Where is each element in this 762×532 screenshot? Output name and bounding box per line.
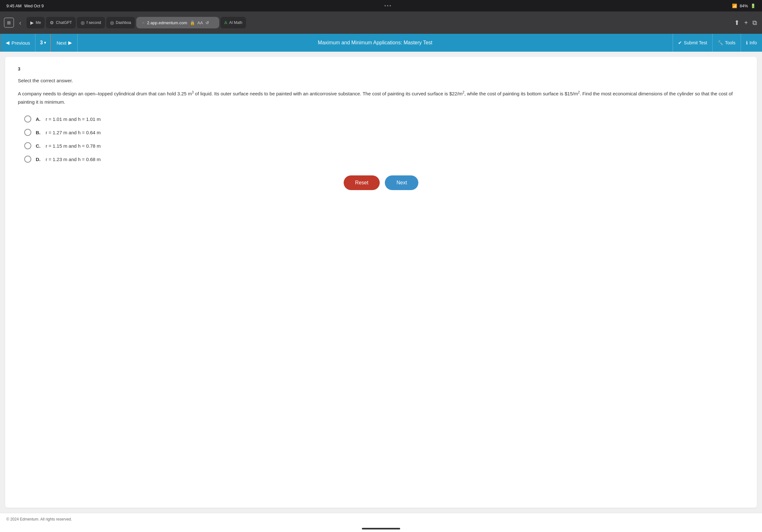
tools-button[interactable]: 🔧 Tools <box>712 34 741 52</box>
tab-fsecond[interactable]: ◎ f second <box>77 17 105 29</box>
center-dots <box>385 5 391 6</box>
time-display: 9:45 AM <box>6 4 22 8</box>
browser-actions: ⬆ + ⧉ <box>733 18 758 28</box>
home-indicator <box>0 525 762 532</box>
option-a-letter: A. <box>36 116 40 122</box>
question-text-part1: A company needs to design an open–topped… <box>18 91 192 96</box>
tab-icon-media: ▶ <box>30 20 34 25</box>
next-label-nav: Next <box>56 40 66 46</box>
tab-icon-chatgpt: ⚙ <box>50 20 54 25</box>
option-b-text: r = 1.27 m and h = 0.64 m <box>45 130 101 135</box>
option-b-radio[interactable] <box>24 129 31 136</box>
tab-icon-aimath: A <box>224 20 227 25</box>
chevron-down-icon: ▾ <box>44 40 46 45</box>
option-a-text: r = 1.01 m and h = 1.01 m <box>45 116 101 122</box>
reload-icon[interactable]: ↺ <box>205 21 209 25</box>
tabs-row: ▶ Me ⚙ ChatGPT ◎ f second ◎ Dashboa ✕ 2.… <box>27 17 730 29</box>
tab-icon-dashboard: ◎ <box>110 20 114 25</box>
battery-icon: 🔋 <box>750 4 756 8</box>
check-icon: ✔ <box>678 40 682 45</box>
tab-media[interactable]: ▶ Me <box>27 17 45 29</box>
next-button-nav[interactable]: Next ▶ <box>51 34 78 52</box>
option-d[interactable]: D. r = 1.23 m and h = 0.68 m <box>24 156 744 163</box>
previous-icon: ◀ <box>6 40 10 46</box>
reset-button[interactable]: Reset <box>344 175 380 190</box>
option-d-text: r = 1.23 m and h = 0.68 m <box>45 157 101 162</box>
previous-button[interactable]: ◀ Previous <box>0 34 36 52</box>
info-icon: ℹ <box>746 40 748 45</box>
tab-dashboard[interactable]: ◎ Dashboa <box>106 17 135 29</box>
tab-label-media: Me <box>36 21 41 25</box>
option-b[interactable]: B. r = 1.27 m and h = 0.64 m <box>24 129 744 136</box>
question-text-part2: of liquid. Its outer surface needs to be… <box>194 91 463 96</box>
next-icon: ▶ <box>68 40 72 46</box>
question-number-nav[interactable]: 3 ▾ <box>36 34 51 52</box>
nav-bar: ◀ Previous 3 ▾ Next ▶ Maximum and Minimu… <box>0 34 762 52</box>
nav-number: 3 <box>40 40 43 46</box>
share-button[interactable]: ⬆ <box>733 18 741 28</box>
tab-aimath[interactable]: A AI Math <box>220 17 246 29</box>
tab-close-active[interactable]: ✕ <box>142 21 145 25</box>
tab-label-fsecond: f second <box>87 21 101 25</box>
question-text: A company needs to design an open–topped… <box>18 90 744 106</box>
nav-right-actions: ✔ Submit Test 🔧 Tools ℹ Info <box>673 34 762 52</box>
tools-label: Tools <box>725 40 735 45</box>
option-a[interactable]: A. r = 1.01 m and h = 1.01 m <box>24 115 744 122</box>
option-d-letter: D. <box>36 157 40 162</box>
question-number: 3 <box>18 66 744 71</box>
home-bar <box>362 528 400 529</box>
option-c-letter: C. <box>36 143 40 149</box>
option-b-letter: B. <box>36 130 40 135</box>
info-button[interactable]: ℹ Info <box>741 34 762 52</box>
back-button[interactable]: ‹ <box>17 17 23 29</box>
previous-label: Previous <box>12 40 30 46</box>
option-a-radio[interactable] <box>24 115 31 122</box>
submit-test-button[interactable]: ✔ Submit Test <box>673 34 712 52</box>
date-display: Wed Oct 9 <box>24 4 44 8</box>
option-c[interactable]: C. r = 1.15 m and h = 0.78 m <box>24 142 744 149</box>
sidebar-toggle[interactable]: ⊞ <box>4 18 14 28</box>
next-button[interactable]: Next <box>385 175 418 190</box>
question-text-part3: , while the cost of painting its bottom … <box>464 91 578 96</box>
wifi-icon: 📶 <box>732 4 737 8</box>
tab-label-dashboard: Dashboa <box>116 21 131 25</box>
new-tab-button[interactable]: + <box>743 18 749 28</box>
tabs-button[interactable]: ⧉ <box>751 18 758 28</box>
copyright-text: © 2024 Edmentum. All rights reserved. <box>6 517 72 521</box>
browser-chrome: ⊞ ‹ ▶ Me ⚙ ChatGPT ◎ f second ◎ Dashboa … <box>0 12 762 34</box>
option-d-radio[interactable] <box>24 156 31 163</box>
wrench-icon: 🔧 <box>718 40 723 45</box>
footer: © 2024 Edmentum. All rights reserved. <box>0 513 762 525</box>
question-instruction: Select the correct answer. <box>18 78 744 83</box>
font-size-label[interactable]: AA <box>197 21 203 25</box>
option-c-radio[interactable] <box>24 142 31 149</box>
tab-chatgpt[interactable]: ⚙ ChatGPT <box>46 17 76 29</box>
address-bar[interactable]: ✕ 2.app.edmentum.com 🔒 AA ↺ <box>136 17 219 29</box>
info-label: Info <box>750 40 757 45</box>
tab-label-aimath: AI Math <box>229 21 242 25</box>
answer-options: A. r = 1.01 m and h = 1.01 m B. r = 1.27… <box>18 115 744 163</box>
battery-display: 84% <box>740 4 748 8</box>
action-buttons: Reset Next <box>18 175 744 190</box>
page-title: Maximum and Minimum Applications: Master… <box>78 40 673 46</box>
option-c-text: r = 1.15 m and h = 0.78 m <box>45 143 101 149</box>
address-text: 2.app.edmentum.com <box>147 21 187 25</box>
tab-icon-fsecond: ◎ <box>81 20 85 25</box>
tab-label-chatgpt: ChatGPT <box>56 21 72 25</box>
status-bar: 9:45 AM Wed Oct 9 📶 84% 🔋 <box>0 0 762 12</box>
lock-icon: 🔒 <box>190 21 195 25</box>
submit-label: Submit Test <box>684 40 707 45</box>
main-content: 3 Select the correct answer. A company n… <box>5 57 757 508</box>
